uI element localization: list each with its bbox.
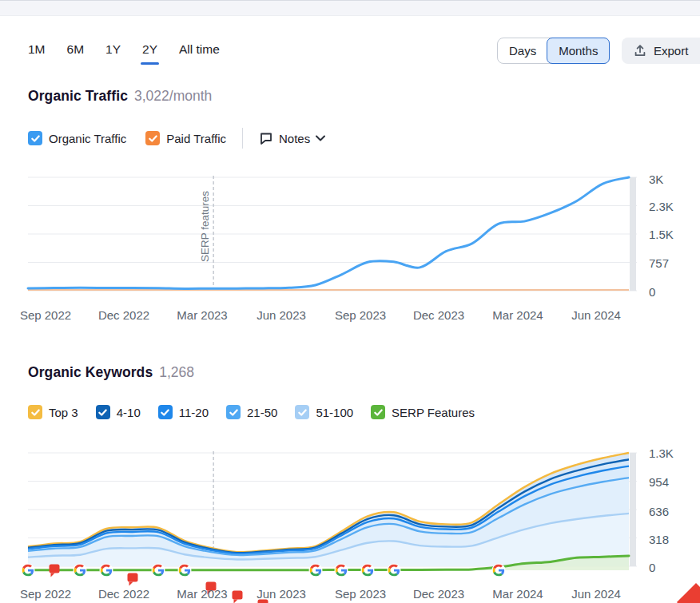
checkmark-icon [97, 407, 108, 418]
x-tick: Mar 2024 [492, 587, 543, 601]
checkmark-icon [30, 133, 41, 144]
paid-traffic-checkbox[interactable] [145, 131, 160, 145]
checkmark-icon [297, 407, 308, 418]
organic-keywords-title-text: Organic Keywords [28, 364, 153, 380]
google-logo-icon [74, 565, 86, 577]
legend-label-paid: Paid Traffic [166, 132, 226, 145]
x-tick: Mar 2023 [177, 587, 227, 601]
google-update-marker[interactable] [308, 564, 322, 577]
y-tick: 0 [649, 285, 655, 299]
google-logo-icon [336, 565, 348, 577]
export-button[interactable]: Export [622, 38, 700, 64]
organic-keywords-value: 1,268 [159, 364, 194, 380]
y-tick: 1.5K [649, 228, 674, 241]
google-logo-icon [492, 565, 504, 577]
legend-item-paid-traffic[interactable]: Paid Traffic [145, 131, 226, 145]
legend-divider [242, 128, 243, 149]
google-update-marker[interactable] [335, 564, 348, 577]
granularity-toggle: Days Months [497, 38, 610, 64]
x-tick: Sep 2022 [20, 308, 71, 322]
x-tick: Mar 2023 [177, 308, 227, 322]
legend-label: 51-100 [316, 406, 353, 419]
note-marker[interactable] [232, 591, 242, 600]
checkmark-icon [229, 407, 239, 418]
tab-1y[interactable]: 1Y [105, 42, 121, 63]
top-band [0, 0, 700, 16]
pos21-50-checkbox[interactable] [226, 405, 241, 419]
legend-item-organic-traffic[interactable]: Organic Traffic [28, 131, 126, 145]
notes-label: Notes [279, 132, 310, 145]
chevron-down-icon [316, 135, 325, 141]
checkmark-icon [30, 407, 41, 418]
legend-item-11-20[interactable]: 11-20 [158, 405, 209, 419]
x-tick: Dec 2023 [413, 587, 464, 601]
keywords-legend: Top 3 4-10 11-20 21-50 51-100 SERP Featu… [28, 405, 475, 419]
google-update-marker[interactable] [152, 564, 165, 577]
x-tick: Sep 2023 [335, 308, 386, 322]
google-update-marker[interactable] [74, 564, 87, 577]
google-update-marker[interactable] [100, 564, 113, 577]
google-logo-icon [101, 565, 113, 577]
legend-label: 4-10 [117, 406, 141, 419]
tab-1m[interactable]: 1M [28, 42, 46, 63]
legend-item-top3[interactable]: Top 3 [28, 405, 78, 419]
y-tick: 2.3K [649, 200, 674, 213]
organic-keywords-chart[interactable] [28, 451, 637, 568]
checkmark-icon [160, 407, 170, 418]
google-update-marker[interactable] [361, 564, 375, 577]
x-tick: Sep 2023 [335, 587, 386, 601]
y-tick: 1.3K [649, 446, 674, 460]
pos11-20-checkbox[interactable] [158, 405, 173, 419]
legend-label: 21-50 [247, 406, 277, 419]
organic-traffic-value: 3,022/month [134, 88, 212, 104]
x-tick: Sep 2022 [20, 587, 71, 601]
organic-traffic-checkbox[interactable] [28, 131, 42, 145]
google-logo-icon [309, 565, 321, 577]
legend-item-4-10[interactable]: 4-10 [96, 405, 141, 419]
checkmark-icon [148, 133, 158, 144]
x-tick: Mar 2024 [492, 308, 543, 322]
organic-keywords-title: Organic Keywords1,268 [28, 364, 194, 381]
organic-traffic-title: Organic Traffic3,022/month [28, 88, 212, 105]
y-tick: 318 [649, 533, 669, 546]
pos51-100-checkbox[interactable] [295, 405, 309, 419]
x-tick: Jun 2023 [257, 308, 306, 322]
google-logo-icon [362, 565, 374, 577]
google-update-marker[interactable] [387, 564, 400, 577]
y-tick: 0 [649, 561, 655, 574]
note-marker[interactable] [127, 573, 137, 582]
corner-widget-fragment [677, 583, 700, 603]
export-icon [633, 44, 647, 58]
legend-label-organic: Organic Traffic [49, 132, 126, 145]
traffic-legend: Organic Traffic Paid Traffic Notes [28, 128, 325, 149]
serp-features-annotation: SERP features [199, 183, 211, 271]
tab-2y[interactable]: 2Y [142, 42, 157, 63]
analytics-page: 1M 6M 1Y 2Y All time Days Months Export … [0, 0, 700, 603]
x-tick: Dec 2023 [413, 308, 464, 322]
legend-item-21-50[interactable]: 21-50 [226, 405, 277, 419]
top3-checkbox[interactable] [28, 405, 42, 419]
note-marker[interactable] [49, 565, 59, 573]
x-tick: Jun 2023 [257, 587, 306, 601]
google-update-marker[interactable] [491, 564, 505, 577]
x-tick: Dec 2022 [98, 587, 149, 601]
organic-traffic-chart[interactable] [28, 176, 637, 292]
months-toggle-button[interactable]: Months [547, 38, 610, 64]
tab-all-time[interactable]: All time [179, 42, 220, 63]
legend-label: SERP Features [392, 406, 475, 419]
notes-bubble-icon [259, 131, 273, 145]
google-update-marker[interactable] [22, 564, 35, 577]
legend-item-serp-features[interactable]: SERP Features [371, 405, 475, 419]
checkmark-icon [373, 407, 384, 418]
serp-features-checkbox[interactable] [371, 405, 385, 419]
days-toggle-button[interactable]: Days [498, 38, 547, 63]
x-tick: Dec 2022 [98, 308, 149, 322]
legend-item-51-100[interactable]: 51-100 [295, 405, 353, 419]
tab-6m[interactable]: 6M [67, 42, 85, 63]
google-update-marker[interactable] [178, 564, 192, 577]
x-tick: Jun 2024 [571, 587, 621, 601]
notes-dropdown[interactable]: Notes [259, 131, 325, 145]
y-tick: 954 [649, 475, 669, 489]
pos4-10-checkbox[interactable] [96, 405, 110, 419]
date-range-tabs: 1M 6M 1Y 2Y All time [28, 42, 220, 63]
